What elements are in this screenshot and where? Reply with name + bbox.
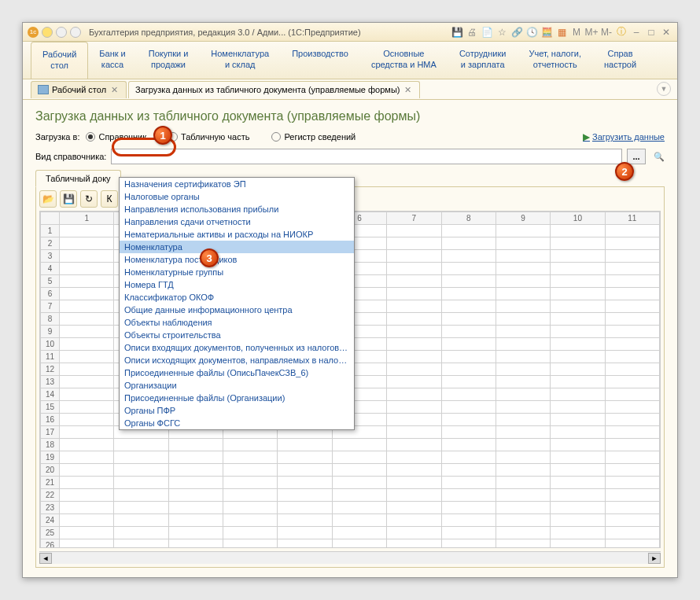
row-header[interactable]: 8 bbox=[41, 313, 60, 326]
minimize-icon[interactable]: – bbox=[630, 26, 643, 39]
ball-grey2-icon[interactable] bbox=[70, 27, 81, 38]
cell[interactable] bbox=[551, 225, 605, 237]
cell[interactable] bbox=[496, 338, 550, 351]
row-header[interactable]: 9 bbox=[41, 326, 60, 338]
time-icon[interactable]: 🕓 bbox=[525, 26, 538, 39]
cell[interactable] bbox=[387, 489, 441, 502]
cell[interactable] bbox=[387, 275, 441, 288]
cell[interactable] bbox=[496, 363, 550, 376]
dropdown-item[interactable]: Присоединенные файлы (ОписьПачекСЗВ_6) bbox=[120, 366, 354, 379]
cell[interactable] bbox=[496, 250, 550, 263]
row-header[interactable]: 11 bbox=[41, 351, 60, 363]
print-icon[interactable]: 🖨 bbox=[466, 26, 478, 39]
cell[interactable] bbox=[223, 451, 278, 464]
row-header[interactable]: 22 bbox=[41, 489, 60, 502]
tab-hr[interactable]: Сотрудникии зарплата bbox=[448, 42, 518, 79]
dropdown-item[interactable]: Органы ПФР bbox=[120, 404, 354, 417]
cell[interactable] bbox=[496, 275, 550, 288]
cell[interactable] bbox=[60, 275, 114, 288]
cell[interactable] bbox=[114, 514, 168, 527]
col-header[interactable]: 10 bbox=[551, 212, 605, 225]
cell[interactable] bbox=[441, 326, 496, 338]
radio-register[interactable]: Регистр сведений bbox=[271, 132, 356, 142]
cell[interactable] bbox=[441, 376, 496, 388]
link-icon[interactable]: 🔗 bbox=[510, 26, 523, 39]
dropdown-item[interactable]: Присоединенные файлы (Организации) bbox=[120, 392, 354, 404]
cell[interactable] bbox=[168, 477, 223, 489]
close-icon[interactable]: ✕ bbox=[660, 26, 672, 39]
cell[interactable] bbox=[168, 489, 223, 502]
cell[interactable] bbox=[60, 263, 114, 275]
cell[interactable] bbox=[223, 539, 278, 549]
row-header[interactable]: 20 bbox=[41, 464, 60, 477]
star-icon[interactable]: ☆ bbox=[496, 26, 508, 39]
cell[interactable] bbox=[605, 288, 659, 300]
cell[interactable] bbox=[441, 237, 496, 250]
cell[interactable] bbox=[551, 338, 605, 351]
cell[interactable] bbox=[387, 300, 441, 313]
cell[interactable] bbox=[551, 489, 605, 502]
cell[interactable] bbox=[441, 489, 496, 502]
mplus-icon[interactable]: M+ bbox=[585, 26, 598, 39]
row-header[interactable]: 4 bbox=[41, 263, 60, 275]
maximize-icon[interactable]: □ bbox=[645, 26, 658, 39]
cell[interactable] bbox=[441, 426, 496, 439]
cell[interactable] bbox=[441, 527, 496, 539]
cell[interactable] bbox=[60, 527, 114, 539]
cell[interactable] bbox=[387, 376, 441, 388]
cell[interactable] bbox=[114, 477, 168, 489]
search-icon[interactable]: 🔍 bbox=[654, 152, 665, 162]
cell[interactable] bbox=[387, 288, 441, 300]
cell[interactable] bbox=[605, 414, 659, 426]
ball-grey-icon[interactable] bbox=[56, 27, 67, 38]
cell[interactable] bbox=[387, 502, 441, 514]
cell[interactable] bbox=[551, 376, 605, 388]
dropdown-item[interactable]: Направления сдачи отчетности bbox=[120, 215, 354, 228]
scroll-right-icon[interactable]: ► bbox=[648, 553, 661, 564]
cell[interactable] bbox=[605, 338, 659, 351]
open-button[interactable]: 📂 bbox=[39, 190, 57, 208]
cell[interactable] bbox=[551, 351, 605, 363]
cell[interactable] bbox=[496, 414, 550, 426]
cell[interactable] bbox=[605, 363, 659, 376]
cell[interactable] bbox=[551, 250, 605, 263]
cell[interactable] bbox=[114, 451, 168, 464]
cell[interactable] bbox=[60, 313, 114, 326]
cell[interactable] bbox=[496, 401, 550, 414]
cell[interactable] bbox=[496, 263, 550, 275]
dropdown-item[interactable]: Назначения сертификатов ЭП bbox=[120, 178, 354, 190]
cell[interactable] bbox=[551, 275, 605, 288]
cell[interactable] bbox=[114, 527, 168, 539]
cell[interactable] bbox=[605, 250, 659, 263]
row-header[interactable]: 3 bbox=[41, 250, 60, 263]
doc-tab-desktop[interactable]: Рабочий стол ✕ bbox=[31, 81, 127, 98]
dropdown-item[interactable]: Объекты наблюдения bbox=[120, 316, 354, 329]
cell[interactable] bbox=[441, 502, 496, 514]
cell[interactable] bbox=[387, 514, 441, 527]
cell[interactable] bbox=[387, 326, 441, 338]
cell[interactable] bbox=[387, 313, 441, 326]
ball-yellow-icon[interactable] bbox=[42, 27, 53, 38]
cell[interactable] bbox=[387, 363, 441, 376]
cell[interactable] bbox=[551, 451, 605, 464]
cell[interactable] bbox=[551, 426, 605, 439]
cell[interactable] bbox=[387, 388, 441, 401]
dropdown-item[interactable]: Налоговые органы bbox=[120, 190, 354, 203]
cell[interactable] bbox=[387, 527, 441, 539]
cell[interactable] bbox=[332, 464, 386, 477]
dropdown-item[interactable]: Номера ГТД bbox=[120, 278, 354, 291]
cell[interactable] bbox=[605, 451, 659, 464]
col-header[interactable]: 9 bbox=[496, 212, 550, 225]
cell[interactable] bbox=[332, 527, 386, 539]
cell[interactable] bbox=[387, 351, 441, 363]
dropdown-item[interactable]: Номенклатура bbox=[120, 241, 354, 253]
cell[interactable] bbox=[605, 275, 659, 288]
cell[interactable] bbox=[496, 300, 550, 313]
cell[interactable] bbox=[551, 514, 605, 527]
cell[interactable] bbox=[168, 439, 223, 451]
cell[interactable] bbox=[60, 439, 114, 451]
cell[interactable] bbox=[114, 439, 168, 451]
k-button[interactable]: К bbox=[101, 190, 118, 208]
dropdown-item[interactable]: Нематериальные активы и расходы на НИОКР bbox=[120, 228, 354, 241]
row-header[interactable]: 6 bbox=[41, 288, 60, 300]
